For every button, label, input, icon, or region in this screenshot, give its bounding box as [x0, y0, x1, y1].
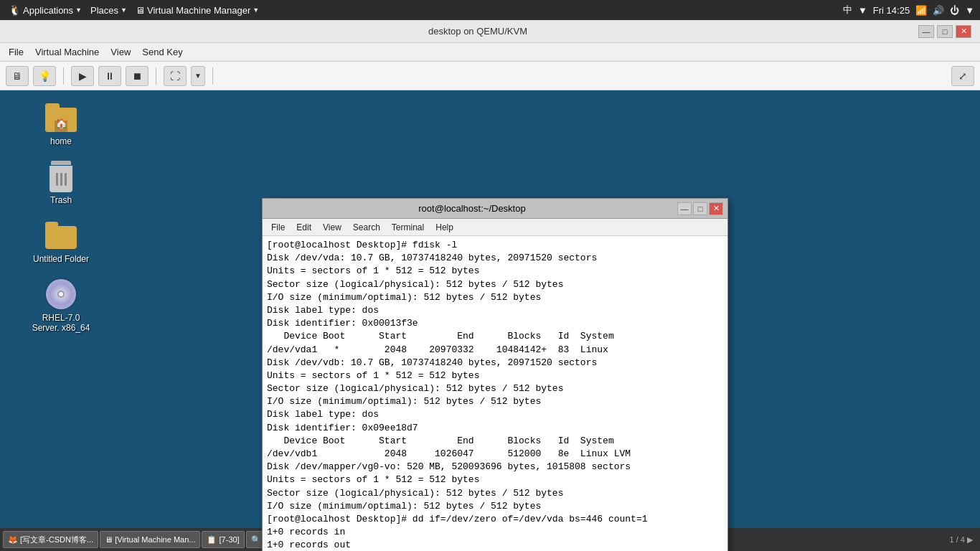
taskbar-item-1[interactable]: 🖥 [Virtual Machine Man... — [100, 531, 200, 548]
menu-send-key[interactable]: Send Key — [136, 44, 188, 60]
toolbar-sep1 — [63, 67, 64, 85]
toolbar-fullscreen-btn[interactable]: ⛶ — [164, 66, 187, 86]
dropdown-arrow: ▼ — [858, 5, 867, 16]
toolbar-stop-btn[interactable]: ⏹ — [126, 66, 149, 86]
taskbar-item-0[interactable]: 🦊 [写文章-CSDN博客... — [3, 531, 98, 548]
applications-label: Applications — [23, 5, 73, 16]
places-menu[interactable]: Places ▼ — [88, 4, 130, 17]
vm-manager-menu[interactable]: 🖥 Virtual Machine Manager ▼ — [133, 4, 262, 17]
power-icon[interactable]: ⏻ — [950, 5, 959, 16]
close-button[interactable]: ✕ — [956, 25, 971, 38]
system-bar-right: 中 ▼ Fri 14:25 📶 🔊 ⏻ ▼ — [843, 4, 974, 17]
terminal-close[interactable]: ✕ — [709, 202, 723, 215]
vm-menubar: File Virtual Machine View Send Key — [0, 43, 980, 62]
wifi-icon: 📶 — [915, 5, 927, 16]
term-menu-edit[interactable]: Edit — [291, 221, 317, 234]
desktop-icon-trash[interactable]: Trash — [41, 156, 81, 208]
vm-manager-label: Virtual Machine Manager — [147, 5, 250, 16]
terminal-restore[interactable]: □ — [693, 202, 707, 215]
vm-toolbar: 🖥 💡 ▶ ⏸ ⏹ ⛶ ▼ ⤢ — [0, 62, 980, 90]
vm-titlebar: desktop on QEMU/KVM — □ ✕ — [0, 20, 980, 43]
toolbar-resize-btn[interactable]: ⤢ — [951, 66, 974, 86]
toolbar-play-btn[interactable]: ▶ — [71, 66, 94, 86]
toolbar-sep3 — [212, 67, 213, 85]
menu-file[interactable]: File — [3, 44, 29, 60]
terminal-titlebar: root@localhost:~/Desktop — □ ✕ — [263, 199, 727, 219]
term-menu-search[interactable]: Search — [347, 221, 386, 234]
places-arrow: ▼ — [121, 6, 127, 14]
restore-button[interactable]: □ — [937, 25, 953, 38]
term-menu-help[interactable]: Help — [430, 221, 459, 234]
terminal-controls: — □ ✕ — [677, 202, 723, 215]
system-bar: 🐧 Applications ▼ Places ▼ 🖥 Virtual Mach… — [0, 0, 980, 20]
terminal-window: root@localhost:~/Desktop — □ ✕ File Edit… — [262, 198, 728, 551]
desktop-icon-folder[interactable]: Untitled Folder — [30, 215, 92, 267]
power-arrow: ▼ — [965, 5, 974, 16]
dvd-icon-label: RHEL-7.0 Server. x86_64 — [29, 313, 93, 333]
terminal-minimize[interactable]: — — [677, 202, 692, 215]
toolbar-more-btn[interactable]: ▼ — [191, 66, 205, 86]
vm-window-controls: — □ ✕ — [918, 25, 971, 38]
system-bar-left: 🐧 Applications ▼ Places ▼ 🖥 Virtual Mach… — [6, 3, 262, 17]
volume-icon: 🔊 — [933, 5, 944, 16]
dvd-icon — [44, 277, 78, 311]
desktop: 🏠 home Trash — [0, 90, 122, 528]
trash-icon-label: Trash — [50, 195, 72, 205]
folder-icon — [44, 218, 78, 253]
lang-indicator[interactable]: 中 — [843, 4, 852, 17]
menu-view[interactable]: View — [105, 44, 136, 60]
toolbar-screen-btn[interactable]: 🖥 — [6, 66, 29, 86]
desktop-icon-dvd[interactable]: RHEL-7.0 Server. x86_64 — [26, 274, 96, 336]
vm-window-title: desktop on QEMU/KVM — [37, 26, 918, 37]
term-menu-terminal[interactable]: Terminal — [386, 221, 430, 234]
menu-virtual-machine[interactable]: Virtual Machine — [29, 44, 105, 60]
terminal-title-text: root@localhost:~/Desktop — [267, 203, 677, 214]
places-label: Places — [90, 5, 118, 16]
trash-icon — [44, 159, 78, 194]
desktop-icon-home[interactable]: 🏠 home — [41, 98, 81, 149]
toolbar-pause-btn[interactable]: ⏸ — [98, 66, 121, 86]
taskbar-page-indicator: 1 / 4 ▶ — [946, 535, 977, 545]
terminal-menubar: File Edit View Search Terminal Help — [263, 219, 727, 236]
folder-icon-label: Untitled Folder — [33, 254, 89, 264]
taskbar-item-2[interactable]: 📋 [7-30] — [202, 531, 244, 548]
toolbar-bulb-btn[interactable]: 💡 — [33, 66, 56, 86]
terminal-content[interactable]: [root@localhost Desktop]# fdisk -lDisk /… — [263, 236, 727, 551]
home-icon: 🏠 — [44, 100, 78, 135]
toolbar-sep2 — [156, 67, 156, 85]
term-menu-view[interactable]: View — [317, 221, 347, 234]
applications-menu[interactable]: 🐧 Applications ▼ — [6, 3, 85, 17]
applications-arrow: ▼ — [75, 6, 82, 14]
term-menu-file[interactable]: File — [265, 221, 291, 234]
home-icon-label: home — [50, 136, 72, 146]
vm-manager-arrow: ▼ — [253, 6, 259, 14]
minimize-button[interactable]: — — [918, 25, 934, 38]
clock: Fri 14:25 — [873, 5, 910, 16]
